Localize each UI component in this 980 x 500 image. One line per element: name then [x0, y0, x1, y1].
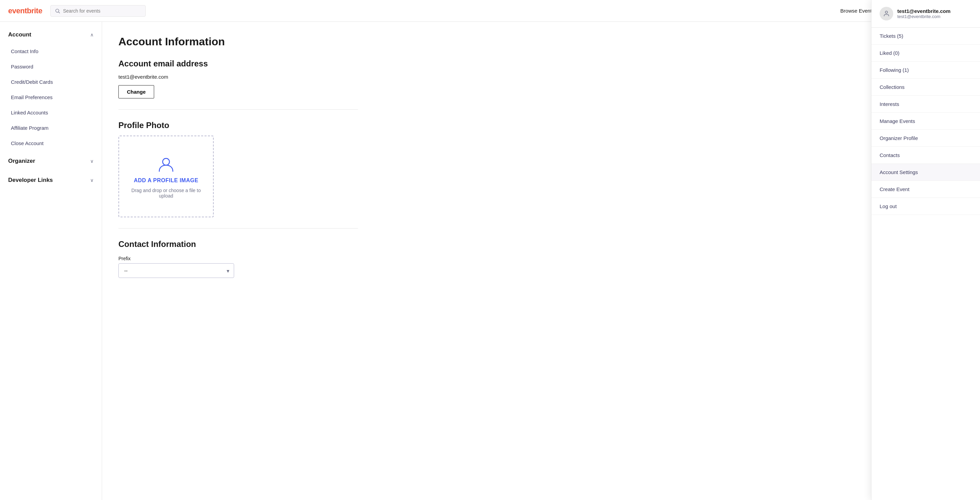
- dropdown-item-account-settings[interactable]: Account Settings: [872, 164, 980, 181]
- svg-line-1: [59, 12, 60, 13]
- section-divider-1: [118, 109, 358, 110]
- dropdown-user-header: test1@eventbrite.com test1@eventbrite.co…: [872, 0, 980, 27]
- page-layout: Account ∧ Contact Info Password Credit/D…: [0, 22, 980, 500]
- dropdown-user-icon: [883, 10, 890, 17]
- section-divider-2: [118, 228, 358, 228]
- sidebar: Account ∧ Contact Info Password Credit/D…: [0, 22, 102, 500]
- sidebar-account-chevron: ∧: [90, 32, 94, 37]
- svg-point-3: [163, 158, 169, 165]
- dropdown-item-collections[interactable]: Collections: [872, 79, 980, 96]
- photo-upload-label: ADD A PROFILE IMAGE: [134, 177, 198, 184]
- account-email: test1@eventbrite.com: [118, 74, 358, 80]
- dropdown-item-tickets[interactable]: Tickets (5): [872, 27, 980, 45]
- logo[interactable]: eventbrite: [8, 6, 42, 15]
- sidebar-account-header[interactable]: Account ∧: [0, 24, 102, 43]
- search-input[interactable]: [63, 8, 141, 14]
- sidebar-developer-section: Developer Links ∨: [0, 170, 102, 189]
- sidebar-developer-chevron: ∨: [90, 177, 94, 183]
- sidebar-developer-header[interactable]: Developer Links ∨: [0, 170, 102, 189]
- dropdown-item-logout[interactable]: Log out: [872, 198, 980, 215]
- page-title: Account Information: [118, 35, 358, 48]
- prefix-field-group: Prefix -- Mr. Ms. Mrs. Dr. ▾: [118, 256, 358, 278]
- sidebar-item-contact-info[interactable]: Contact Info: [0, 43, 102, 59]
- dropdown-item-following[interactable]: Following (1): [872, 62, 980, 79]
- photo-upload-area[interactable]: ADD A PROFILE IMAGE Drag and drop or cho…: [118, 136, 214, 217]
- search-icon: [55, 8, 60, 14]
- logo-text: eventbrite: [8, 6, 42, 15]
- sidebar-item-email-prefs[interactable]: Email Preferences: [0, 89, 102, 105]
- main-content: Account Information Account email addres…: [102, 22, 374, 500]
- browse-events-link[interactable]: Browse Events: [840, 8, 875, 14]
- photo-upload-hint: Drag and drop or choose a file to upload: [130, 188, 202, 198]
- sidebar-item-linked-accounts[interactable]: Linked Accounts: [0, 105, 102, 120]
- photo-section-title: Profile Photo: [118, 121, 358, 130]
- dropdown-user-info: test1@eventbrite.com test1@eventbrite.co…: [897, 8, 950, 19]
- sidebar-item-close-account[interactable]: Close Account: [0, 136, 102, 151]
- sidebar-account-section: Account ∧ Contact Info Password Credit/D…: [0, 24, 102, 151]
- search-bar[interactable]: [50, 5, 146, 17]
- sidebar-organizer-section: Organizer ∨: [0, 151, 102, 170]
- sidebar-item-affiliate[interactable]: Affiliate Program: [0, 120, 102, 136]
- contact-information-section: Contact Information Prefix -- Mr. Ms. Mr…: [118, 240, 358, 278]
- profile-photo-section: Profile Photo ADD A PROFILE IMAGE Drag a…: [118, 121, 358, 217]
- dropdown-item-organizer-profile[interactable]: Organizer Profile: [872, 130, 980, 147]
- dropdown-item-contacts[interactable]: Contacts: [872, 147, 980, 164]
- change-email-button[interactable]: Change: [118, 85, 154, 98]
- sidebar-item-credit-debit[interactable]: Credit/Debit Cards: [0, 74, 102, 89]
- sidebar-organizer-chevron: ∨: [90, 158, 94, 164]
- dropdown-item-interests[interactable]: Interests: [872, 96, 980, 113]
- sidebar-developer-title: Developer Links: [8, 177, 53, 184]
- sidebar-account-title: Account: [8, 31, 31, 38]
- dropdown-avatar: [880, 7, 893, 21]
- contact-section-title: Contact Information: [118, 240, 358, 249]
- dropdown-email-main: test1@eventbrite.com: [897, 8, 950, 14]
- dropdown-item-liked[interactable]: Liked (0): [872, 45, 980, 62]
- prefix-label: Prefix: [118, 256, 358, 261]
- header: eventbrite Browse Events Create Event He…: [0, 0, 980, 22]
- prefix-select-wrapper: -- Mr. Ms. Mrs. Dr. ▾: [118, 263, 234, 278]
- svg-point-0: [56, 9, 59, 12]
- dropdown-item-manage-events[interactable]: Manage Events: [872, 113, 980, 130]
- sidebar-organizer-title: Organizer: [8, 158, 35, 165]
- sidebar-organizer-header[interactable]: Organizer ∨: [0, 151, 102, 170]
- dropdown-email-sub: test1@eventbrite.com: [897, 14, 950, 19]
- prefix-select[interactable]: -- Mr. Ms. Mrs. Dr.: [118, 263, 234, 278]
- email-section: Account email address test1@eventbrite.c…: [118, 59, 358, 98]
- sidebar-item-password[interactable]: Password: [0, 59, 102, 74]
- svg-point-4: [885, 11, 888, 14]
- email-section-title: Account email address: [118, 59, 358, 69]
- user-dropdown-panel: test1@eventbrite.com test1@eventbrite.co…: [871, 0, 980, 500]
- profile-placeholder-icon: [156, 154, 176, 173]
- dropdown-item-create-event[interactable]: Create Event: [872, 181, 980, 198]
